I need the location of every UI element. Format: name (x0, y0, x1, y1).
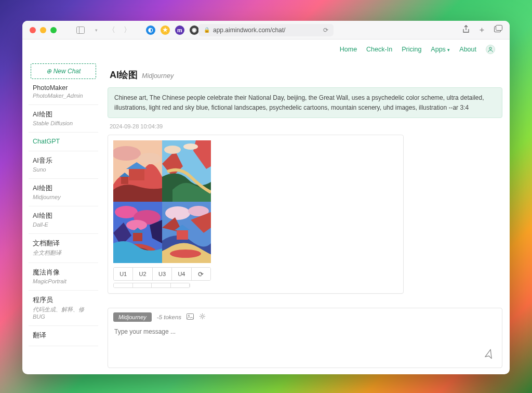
nav-home[interactable]: Home (340, 46, 357, 53)
svg-point-25 (170, 250, 201, 258)
bot-response-card: U1 U2 U3 U4 ⟳ (108, 135, 404, 294)
v-button[interactable] (152, 283, 171, 287)
share-icon[interactable] (462, 25, 470, 35)
v-button[interactable] (133, 283, 152, 287)
chat-header: AI绘图 Midjourney (108, 59, 506, 87)
nav-apps[interactable]: Apps ▾ (431, 46, 450, 53)
sidebar-item-sub: PhotoMaker_Admin (33, 93, 94, 99)
extension-icon-3[interactable]: m (175, 25, 184, 35)
chevron-down-icon: ▾ (447, 47, 450, 53)
image-attach-icon[interactable] (187, 313, 194, 321)
user-avatar-icon[interactable] (486, 45, 495, 54)
nav-about[interactable]: About (459, 46, 476, 53)
nav-checkin[interactable]: Check-In (366, 46, 392, 53)
v-button[interactable] (114, 283, 133, 287)
new-chat-button[interactable]: ⊕ New Chat (31, 63, 96, 79)
svg-rect-6 (496, 25, 502, 31)
svg-point-27 (188, 315, 189, 316)
message-composer: Midjourney -5 tokens (108, 308, 502, 368)
extension-icon-4[interactable]: ◉ (190, 25, 199, 35)
tabs-icon[interactable] (494, 25, 502, 35)
extension-icon-2[interactable]: ★ (161, 25, 170, 35)
sidebar-item-coder[interactable]: 程序员 代码生成、解释、修BUG (29, 291, 98, 326)
sidebar-item-title: 魔法肖像 (33, 268, 94, 277)
thumbnail-3[interactable] (113, 202, 162, 263)
v-button[interactable] (171, 283, 190, 287)
nav-pricing[interactable]: Pricing (402, 46, 421, 53)
sidebar-item-music[interactable]: AI音乐 Suno (29, 151, 98, 179)
window-controls (30, 27, 57, 33)
svg-rect-0 (77, 27, 85, 33)
thumbnail-1[interactable] (113, 140, 162, 202)
new-chat-label: New Chat (54, 68, 81, 75)
sidebar-item-title: AI绘图 (33, 212, 94, 220)
sidebar-item-sd[interactable]: AI绘图 Stable Diffusion (29, 105, 98, 133)
sidebar-item-midjourney[interactable]: AI绘图 Midjourney (29, 179, 98, 206)
sidebar-item-photomaker[interactable]: PhotoMaker PhotoMaker_Admin (29, 79, 98, 105)
maximize-window-button[interactable] (50, 27, 57, 33)
dropdown-icon[interactable]: ▾ (92, 26, 100, 34)
sidebar-item-chatgpt[interactable]: ChatGPT (29, 133, 98, 151)
model-badge[interactable]: Midjourney (113, 312, 152, 322)
message-timestamp: 2024-09-28 10:04:39 (110, 123, 502, 129)
composer-header: Midjourney -5 tokens (108, 308, 502, 326)
sidebar-item-sub: 全文档翻译 (33, 249, 94, 257)
sidebar-item-sub: Dall-E (33, 221, 94, 228)
u1-button[interactable]: U1 (114, 268, 133, 280)
extension-icon-1[interactable]: ◐ (146, 25, 155, 35)
u3-button[interactable]: U3 (153, 268, 172, 280)
sidebar-item-translate[interactable]: 翻译 (29, 326, 98, 346)
sidebar-item-portrait[interactable]: 魔法肖像 MagicPortrait (29, 263, 98, 291)
settings-icon[interactable] (199, 313, 206, 321)
sidebar-item-title: PhotoMaker (33, 84, 94, 91)
sidebar-item-dalle[interactable]: AI绘图 Dall-E (29, 206, 98, 234)
url-text: app.aimindwork.com/chat/ (213, 27, 285, 34)
svg-rect-12 (121, 177, 128, 184)
composer-body (108, 326, 502, 368)
address-bar[interactable]: 🔒 app.aimindwork.com/chat/ ⟳ (198, 24, 334, 36)
sidebar-item-sub: Suno (33, 166, 94, 173)
svg-point-14 (164, 146, 181, 154)
desktop-background: ▾ 〈 〉 ◐ ★ m ◉ 🔒 app.aimindwork.com/chat/… (0, 0, 532, 393)
upscale-buttons: U1 U2 U3 U4 ⟳ (113, 267, 211, 281)
sidebar-item-title: 翻译 (33, 331, 94, 340)
chat-subtitle: Midjourney (142, 72, 174, 80)
u4-button[interactable]: U4 (172, 268, 191, 280)
plus-icon: ⊕ (46, 68, 51, 75)
sidebar-item-sub: Stable Diffusion (33, 120, 94, 126)
browser-toolbar: ▾ 〈 〉 ◐ ★ m ◉ 🔒 app.aimindwork.com/chat/… (22, 21, 510, 40)
image-grid (113, 140, 211, 263)
user-message: Chinese art, The Chinese people celebrat… (108, 87, 502, 118)
sidebar-toggle-icon[interactable] (76, 26, 85, 34)
svg-point-15 (183, 143, 198, 150)
sidebar-item-sub: MagicPortrait (33, 278, 94, 284)
main-column: AI绘图 Midjourney Chinese art, The Chinese… (98, 59, 510, 374)
back-button[interactable]: 〈 (108, 26, 116, 34)
sidebar-item-sub: Midjourney (33, 194, 94, 200)
thumbnail-2[interactable] (162, 140, 211, 202)
sidebar-item-doctrans[interactable]: 文档翻译 全文档翻译 (29, 234, 98, 263)
refresh-button[interactable]: ⟳ (192, 268, 210, 280)
reload-icon[interactable]: ⟳ (323, 27, 328, 34)
minimize-window-button[interactable] (40, 27, 46, 33)
browser-view-controls: ▾ 〈 〉 (76, 26, 131, 34)
svg-rect-20 (133, 233, 142, 241)
forward-button[interactable]: 〉 (123, 26, 131, 34)
svg-point-7 (489, 47, 491, 49)
sidebar-item-title: ChatGPT (33, 138, 94, 145)
message-input[interactable] (114, 328, 496, 359)
browser-right-controls: ＋ (462, 25, 502, 35)
browser-window: ▾ 〈 〉 ◐ ★ m ◉ 🔒 app.aimindwork.com/chat/… (22, 21, 510, 374)
sidebar-item-title: AI绘图 (33, 110, 94, 119)
variation-buttons-partial (113, 283, 190, 288)
thumbnail-4[interactable] (162, 202, 211, 263)
svg-point-28 (202, 316, 204, 318)
svg-point-22 (165, 206, 190, 220)
app-nav: Home Check-In Pricing Apps ▾ About (22, 40, 510, 59)
close-window-button[interactable] (30, 27, 36, 33)
chat-scroll[interactable]: Chinese art, The Chinese people celebrat… (108, 87, 506, 303)
new-tab-icon[interactable]: ＋ (478, 25, 486, 35)
app-body: ⊕ New Chat PhotoMaker PhotoMaker_Admin A… (22, 59, 510, 374)
u2-button[interactable]: U2 (133, 268, 152, 280)
svg-rect-11 (129, 169, 144, 180)
